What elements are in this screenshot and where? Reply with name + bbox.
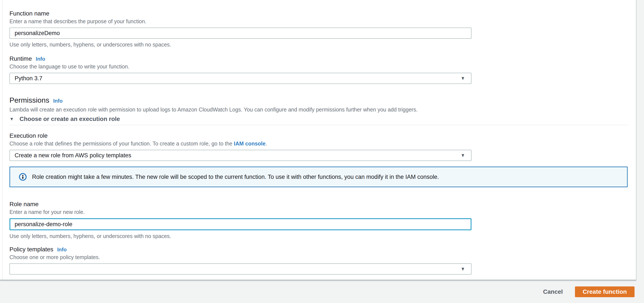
runtime-select[interactable]: Python 3.7 ▼	[10, 73, 472, 84]
execution-role-description-prefix: Choose a role that defines the permissio…	[10, 141, 234, 147]
runtime-label-row: RuntimeInfo	[10, 55, 628, 62]
policy-templates-info-link[interactable]: Info	[57, 247, 67, 252]
role-name-label: Role name	[10, 201, 628, 208]
role-name-input[interactable]	[10, 218, 472, 230]
role-name-helper: Use only letters, numbers, hyphens, or u…	[10, 233, 628, 239]
role-creation-alert-text: Role creation might take a few minutes. …	[32, 173, 439, 181]
execution-role-select-value: Create a new role from AWS policy templa…	[15, 152, 131, 159]
execution-role-select[interactable]: Create a new role from AWS policy templa…	[10, 150, 472, 161]
caret-down-icon: ▼	[461, 152, 465, 158]
info-circle-icon	[19, 173, 27, 181]
execution-role-label: Execution role	[10, 132, 628, 139]
function-name-label: Function name	[10, 10, 628, 17]
form-content: Function name Enter a name that describe…	[10, 0, 628, 274]
runtime-info-link[interactable]: Info	[36, 56, 45, 62]
policy-templates-select[interactable]: ▼	[10, 263, 472, 274]
caret-down-icon: ▼	[461, 266, 465, 272]
lambda-create-function-page: Function name Enter a name that describe…	[0, 0, 644, 303]
runtime-label: Runtime	[10, 55, 32, 62]
runtime-description: Choose the language to use to write your…	[10, 63, 628, 70]
function-name-helper: Use only letters, numbers, hyphens, or u…	[10, 41, 628, 48]
role-creation-alert: Role creation might take a few minutes. …	[10, 167, 628, 187]
permissions-heading-row: PermissionsInfo	[10, 96, 628, 105]
triangle-down-icon: ▼	[10, 116, 14, 122]
footer-action-bar: Cancel Create function	[543, 286, 634, 297]
role-name-description: Enter a name for your new role.	[10, 209, 628, 215]
create-function-card: Function name Enter a name that describe…	[0, 0, 636, 280]
policy-templates-label: Policy templates	[10, 246, 53, 253]
execution-role-description: Choose a role that defines the permissio…	[10, 140, 628, 147]
runtime-select-value: Python 3.7	[15, 75, 42, 82]
create-function-button[interactable]: Create function	[575, 286, 634, 297]
cancel-button[interactable]: Cancel	[543, 288, 563, 295]
section-divider	[10, 125, 628, 125]
caret-down-icon: ▼	[461, 75, 465, 81]
execution-role-expander[interactable]: ▼ Choose or create an execution role	[10, 115, 628, 123]
policy-templates-description: Choose one or more policy templates.	[10, 254, 628, 260]
permissions-heading: Permissions	[10, 96, 49, 104]
execution-role-description-suffix: .	[266, 141, 267, 147]
function-name-input[interactable]	[10, 28, 472, 39]
policy-templates-label-row: Policy templatesInfo	[10, 246, 628, 253]
iam-console-link[interactable]: IAM console	[234, 141, 266, 147]
function-name-description: Enter a name that describes the purpose …	[10, 18, 628, 25]
permissions-description: Lambda will create an execution role wit…	[10, 106, 628, 113]
permissions-info-link[interactable]: Info	[53, 98, 62, 104]
card-left-hairline	[2, 0, 2, 280]
execution-role-expander-label: Choose or create an execution role	[20, 115, 120, 123]
